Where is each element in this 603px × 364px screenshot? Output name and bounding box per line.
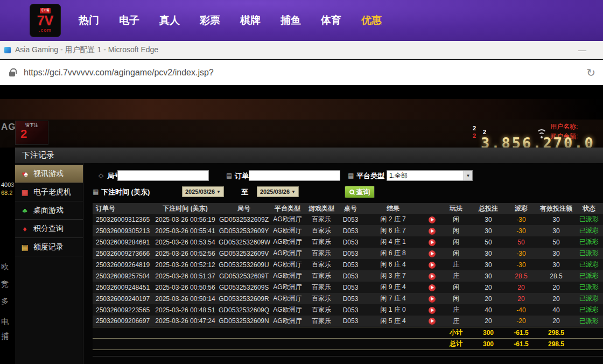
cell-round: GD0532532609W <box>218 236 270 248</box>
cell-order: 250326009223565 <box>93 304 153 316</box>
cell-game: 百家乐 <box>305 293 338 304</box>
footer-divider <box>93 356 603 356</box>
cell-table: D053 <box>338 316 363 327</box>
sidebar-item-table-games[interactable]: ♣ 桌面游戏 <box>15 201 83 220</box>
cell-order: 250326009305213 <box>93 225 153 236</box>
cell-game: 百家乐 <box>305 304 338 316</box>
column-header: 派彩 <box>505 203 537 214</box>
cell-round: GD0532532609U <box>218 259 270 270</box>
order-input[interactable] <box>249 170 340 181</box>
query-button[interactable]: 查询 <box>345 186 375 198</box>
bet-records-table: 订单号下注时间 (美东)局号平台类型游戏类型桌号结果玩法总投注派彩有效投注额状态… <box>93 203 603 350</box>
date-from-picker[interactable]: 2025/03/26 ▼ <box>182 186 224 197</box>
cell-bet: 闲 <box>440 236 472 248</box>
nav-item-promos[interactable]: 优惠 <box>361 13 382 27</box>
left-fragment: 捕 <box>1 332 9 341</box>
cell-time: 2025-03-26 00:52:12 <box>153 259 218 270</box>
cell-replay <box>423 282 440 293</box>
table-row: 2503260092648192025-03-26 00:52:12GD0532… <box>93 259 603 270</box>
chevron-down-icon: ▼ <box>291 190 296 194</box>
club-icon: ♣ <box>20 206 30 215</box>
nav-item-sports[interactable]: 体育 <box>321 13 341 27</box>
cell-time: 2025-03-26 00:47:24 <box>153 316 218 327</box>
replay-button[interactable] <box>429 216 436 223</box>
replay-button[interactable] <box>429 318 436 325</box>
grand-total-row-spacer <box>93 338 440 349</box>
bet-records-modal: 下注记录 ♥♠ 视讯游戏 ▦ 电子老虎机 ♣ 桌面游戏 <box>15 148 603 364</box>
cell-time: 2025-03-26 00:50:56 <box>153 282 218 293</box>
left-fragment: 电 <box>1 317 9 327</box>
nav-item-hot[interactable]: 热门 <box>79 13 99 27</box>
cell-status: 已派彩 <box>575 225 603 236</box>
replay-button[interactable] <box>429 296 436 303</box>
cell-replay <box>423 259 440 270</box>
nav-item-live[interactable]: 真人 <box>159 13 180 27</box>
replay-button[interactable] <box>429 239 436 246</box>
chevron-down-icon: ▼ <box>216 190 221 194</box>
nav-item-slots[interactable]: 电子 <box>119 13 139 27</box>
cell-time: 2025-03-26 00:53:54 <box>153 236 218 248</box>
cell-valid: 30 <box>537 214 575 225</box>
table-row: 2503260092401972025-03-26 00:50:14GD0532… <box>93 293 603 304</box>
grand-total-row-valid: 298.5 <box>537 338 575 349</box>
lock-icon[interactable] <box>9 72 15 76</box>
cell-game: 百家乐 <box>305 316 338 327</box>
refresh-icon[interactable]: ↻ <box>586 66 595 79</box>
cell-time: 2025-03-26 00:48:51 <box>153 304 218 316</box>
cell-status: 已派彩 <box>575 214 603 225</box>
nav-item-fishing[interactable]: 捕鱼 <box>281 13 301 27</box>
sidebar-item-quota-records[interactable]: ▤ 额度记录 <box>15 238 83 256</box>
replay-button[interactable] <box>429 307 436 314</box>
site-logo[interactable]: 申博 7V .com <box>30 4 61 37</box>
edge-window-icon <box>4 47 11 53</box>
cell-platform: AG欧洲厅 <box>270 282 305 293</box>
cell-total: 20 <box>472 282 505 293</box>
cell-order: 250326009257504 <box>93 270 153 282</box>
minimize-button[interactable]: — <box>575 41 590 59</box>
cell-status: 已派彩 <box>575 304 603 316</box>
url-input[interactable]: https://gci.7vvvvvv.com/agingame/pcv2/in… <box>24 68 586 78</box>
date-to-picker[interactable]: 2025/03/26 ▼ <box>257 186 299 197</box>
cell-table: D053 <box>338 304 363 316</box>
round-input[interactable] <box>117 170 209 181</box>
cell-table: D053 <box>338 236 363 248</box>
cell-table: D053 <box>338 282 363 293</box>
diamond-icon: ♦ <box>20 225 30 233</box>
game-thumbnail[interactable]: 请下注 2 <box>15 121 48 145</box>
cell-game: 百家乐 <box>305 236 338 248</box>
cell-payout: 28.5 <box>505 270 537 282</box>
site-nav: 申博 7V .com 热门 电子 真人 彩票 棋牌 捕鱼 体育 优惠 <box>0 0 603 41</box>
replay-button[interactable] <box>429 262 436 269</box>
sidebar-item-slot-machines[interactable]: ▦ 电子老虎机 <box>15 183 83 201</box>
cell-total: 20 <box>472 293 505 304</box>
cell-status: 已派彩 <box>575 270 603 282</box>
grand-total-row-payout: -61.5 <box>505 338 537 349</box>
replay-button[interactable] <box>429 250 436 257</box>
cell-platform: AG欧洲厅 <box>270 214 305 225</box>
sidebar-item-points-query[interactable]: ♦ 积分查询 <box>15 220 83 238</box>
left-fragment: 欧 <box>1 262 9 272</box>
cell-valid: 20 <box>537 316 575 327</box>
nav-item-lottery[interactable]: 彩票 <box>200 13 220 27</box>
cell-table: D053 <box>338 214 363 225</box>
cell-game: 百家乐 <box>305 225 338 236</box>
left-fragment: 4003 <box>1 181 14 188</box>
column-header: 平台类型 <box>270 203 305 214</box>
subtotal-row: 小计300-61.5298.5 <box>93 327 603 338</box>
replay-button[interactable] <box>429 273 436 280</box>
cell-result: 闲 6 庄 7 <box>363 225 423 236</box>
nav-item-cards[interactable]: 棋牌 <box>240 13 261 27</box>
replay-button[interactable] <box>429 284 436 291</box>
replay-button[interactable] <box>429 228 436 235</box>
platform-select[interactable]: 1.全部 ▼ <box>387 170 473 181</box>
document-icon: ▤ <box>20 243 30 251</box>
cell-round: GD0532532609Q <box>218 304 270 316</box>
sidebar-item-label: 桌面游戏 <box>33 206 64 215</box>
cell-platform: AG欧洲厅 <box>270 236 305 248</box>
window-titlebar: Asia Gaming - 用户配置 1 - Microsoft Edge — <box>0 41 603 59</box>
cell-total: 30 <box>472 248 505 259</box>
sidebar-item-video-games[interactable]: ♥♠ 视讯游戏 <box>15 165 83 183</box>
bet-time-label: 下注时间 (美东) <box>101 187 150 197</box>
logo-sub-text: .com <box>39 27 52 33</box>
cell-round: GD0532532609T <box>218 270 270 282</box>
